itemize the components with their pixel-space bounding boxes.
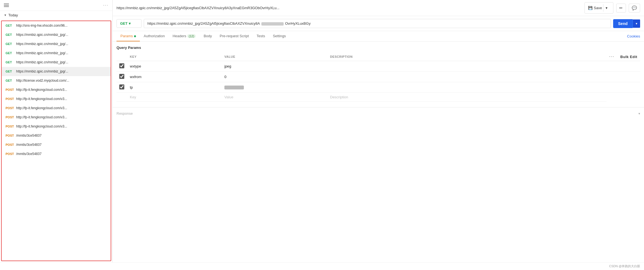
sidebar-item[interactable]: POSThttp://fp-it.fengkongcloud.com/v3...	[2, 122, 111, 131]
method-badge: GET	[6, 79, 16, 82]
tab-badge: (12)	[187, 34, 196, 38]
footer: CSDN @奔跑的大白眼	[0, 262, 644, 270]
row-checkbox[interactable]	[119, 84, 124, 89]
sidebar-item[interactable]: POSThttp://fp-it.fengkongcloud.com/v3...	[2, 104, 111, 113]
actions-column-header: ···	[606, 52, 618, 61]
method-badge: POST	[6, 143, 16, 146]
tab-tests[interactable]: Tests	[253, 31, 269, 41]
sidebar-item[interactable]: GEThttps://mmbiz.qpic.cn/mmbiz_jpg/...	[2, 67, 111, 76]
tab-settings[interactable]: Settings	[269, 31, 290, 41]
placeholder-key[interactable]: Key	[130, 95, 136, 99]
sidebar-item-url: http://fp-it.fengkongcloud.com/v3...	[16, 97, 107, 101]
save-dropdown-arrow[interactable]: ▾	[603, 4, 610, 12]
param-value-cell[interactable]: jpeg	[222, 61, 327, 72]
save-icon: 💾	[588, 6, 593, 10]
row-checkbox[interactable]	[119, 74, 124, 79]
table-row: wxtypejpeg	[117, 61, 640, 72]
sidebar-item-url: http://fp-it.fengkongcloud.com/v3...	[16, 115, 107, 119]
sidebar-item[interactable]: GEThttps://mmbiz.qpic.cn/mmbiz_jpg/...	[2, 49, 111, 58]
request-bar: GET ▾ https://mmbiz.qpic.cn/mmbiz_jpg/2A…	[113, 16, 644, 31]
send-button[interactable]: Send	[613, 19, 633, 28]
url-bar: https://mmbiz.qpic.cn/mmbiz_jpg/2A5ZgAl5…	[113, 0, 644, 16]
response-chevron-icon: ▾	[638, 112, 640, 116]
param-row-more[interactable]	[606, 61, 618, 72]
method-badge: GET	[6, 70, 16, 73]
tab-params[interactable]: Params	[117, 31, 140, 41]
sidebar-item-url: https://mmbiz.qpic.cn/mmbiz_jpg/...	[16, 42, 107, 46]
tabs-bar: ParamsAuthorizationHeaders(12)BodyPre-re…	[113, 31, 644, 42]
sidebar-item[interactable]: POSThttp://fp-it.fengkongcloud.com/v3...	[2, 85, 111, 94]
url-blurred-part	[261, 22, 284, 26]
hamburger-icon[interactable]	[4, 4, 9, 7]
send-dropdown-button[interactable]: ▾	[633, 19, 640, 28]
method-badge: GET	[6, 33, 16, 36]
tab-headers[interactable]: Headers(12)	[169, 31, 200, 41]
url-prefix: https://mmbiz.qpic.cn/mmbiz_jpg/2A5ZgAl5…	[147, 21, 260, 26]
sidebar-item[interactable]: GEThttp://license.vod2.myqcloud.com/...	[2, 76, 111, 85]
sidebar-item-url: /mmtls/3ce54837	[16, 152, 107, 156]
param-row-more[interactable]	[606, 82, 618, 93]
sidebar-item[interactable]: GEThttps://mmbiz.qpic.cn/mmbiz_jpg/...	[2, 30, 111, 39]
comment-button[interactable]: 💬	[629, 4, 640, 12]
param-value-blurred	[224, 86, 244, 89]
method-badge: POST	[6, 88, 16, 91]
description-column-header: DESCRIPTION	[327, 52, 606, 61]
param-value-cell[interactable]	[222, 82, 327, 93]
sidebar-section-today: ▼ Today	[0, 11, 112, 19]
sidebar-item[interactable]: POST/mmtls/3ce54837	[2, 149, 111, 159]
save-button[interactable]: 💾 Save ▾	[584, 2, 613, 14]
table-more-icon[interactable]: ···	[609, 54, 615, 59]
method-select[interactable]: GET ▾	[117, 19, 142, 28]
sidebar-item[interactable]: GEThttps://mmbiz.qpic.cn/mmbiz_jpg/...	[2, 58, 111, 67]
cookies-button[interactable]: Cookies	[627, 34, 640, 38]
table-row-placeholder: KeyValueDescription	[117, 93, 640, 102]
bulk-edit-button[interactable]: Bulk Edit	[620, 55, 637, 59]
sidebar-item[interactable]: POST/mmtls/3ce54837	[2, 131, 111, 140]
sidebar-item[interactable]: POSThttp://fp-it.fengkongcloud.com/v3...	[2, 94, 111, 104]
sidebar-item-url: https://mmbiz.qpic.cn/mmbiz_jpg/...	[16, 51, 107, 55]
tab-authorization[interactable]: Authorization	[140, 31, 169, 41]
method-label: GET	[120, 21, 128, 26]
method-badge: POST	[6, 134, 16, 137]
sidebar-item-url: https://mmbiz.qpic.cn/mmbiz_jpg/...	[16, 60, 107, 64]
sidebar-more-icon[interactable]: ···	[103, 3, 108, 8]
params-section: Query Params KEY VALUE DESCRIPTION ··· B…	[113, 42, 644, 102]
method-badge: POST	[6, 97, 16, 101]
placeholder-value[interactable]: Value	[224, 95, 233, 99]
param-desc-cell[interactable]	[327, 61, 606, 72]
tab-body[interactable]: Body	[200, 31, 216, 41]
param-value-cell[interactable]: 0	[222, 72, 327, 82]
param-value-text: 0	[224, 75, 226, 79]
param-desc-cell[interactable]	[327, 72, 606, 82]
table-row: wxfrom0	[117, 72, 640, 82]
method-badge: GET	[6, 61, 16, 64]
method-badge: POST	[6, 106, 16, 110]
request-url-input[interactable]: https://mmbiz.qpic.cn/mmbiz_jpg/2A5ZgAl5…	[144, 19, 611, 28]
sidebar-section-label-text: Today	[8, 13, 18, 17]
method-badge: POST	[6, 152, 16, 156]
sidebar-item[interactable]: GEThttps://mmbiz.qpic.cn/mmbiz_jpg/...	[2, 39, 111, 49]
placeholder-description[interactable]: Description	[330, 95, 348, 99]
row-checkbox[interactable]	[119, 63, 124, 68]
sidebar-item[interactable]: POSThttp://fp-it.fengkongcloud.com/v3...	[2, 113, 111, 122]
response-label: Response	[117, 111, 133, 116]
value-column-header: VALUE	[222, 52, 327, 61]
query-params-title: Query Params	[117, 46, 640, 50]
sidebar-item-url: http://fp-it.fengkongcloud.com/v3...	[16, 124, 107, 128]
method-badge: GET	[6, 42, 16, 46]
edit-button[interactable]: ✏	[616, 4, 626, 12]
param-key-cell[interactable]: wxfrom	[127, 72, 222, 82]
method-dropdown-icon: ▾	[129, 21, 131, 26]
param-value-text: jpeg	[224, 64, 231, 68]
sidebar-item-url: http://fp-it.fengkongcloud.com/v3...	[16, 88, 107, 92]
tab-pre-request-script[interactable]: Pre-request Script	[216, 31, 253, 41]
sidebar-item[interactable]: GEThttp://sns-img-hw.xhscdn.com/96...	[2, 21, 111, 30]
param-row-more[interactable]	[606, 72, 618, 82]
save-label: Save	[594, 6, 602, 10]
param-key-cell[interactable]: wxtype	[127, 61, 222, 72]
param-key-cell[interactable]: tp	[127, 82, 222, 93]
tab-active-dot	[134, 35, 136, 37]
param-desc-cell[interactable]	[327, 82, 606, 93]
sidebar-item[interactable]: POST/mmtls/3ce54837	[2, 140, 111, 149]
response-section[interactable]: Response ▾	[113, 107, 644, 119]
